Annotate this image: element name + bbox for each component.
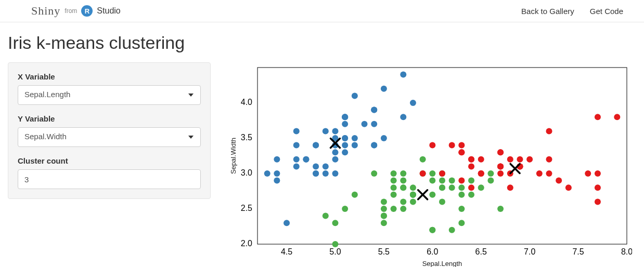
data-point	[546, 128, 552, 134]
data-point	[323, 128, 329, 134]
x-tick-label: 7.5	[572, 247, 584, 256]
get-code-link[interactable]: Get Code	[590, 7, 623, 16]
x-variable-select[interactable]: Sepal.Length	[18, 85, 201, 105]
data-point	[352, 142, 358, 149]
data-point	[458, 149, 465, 155]
y-tick-label: 3.5	[241, 133, 252, 142]
data-point	[313, 163, 319, 169]
data-point	[478, 170, 484, 177]
x-variable-label: X Variable	[18, 72, 201, 81]
data-point	[381, 198, 387, 205]
data-point	[362, 121, 368, 127]
data-point	[293, 163, 300, 169]
data-point	[381, 220, 387, 226]
back-to-gallery-link[interactable]: Back to Gallery	[521, 7, 574, 16]
data-point	[458, 184, 465, 191]
x-tick-label: 6.5	[475, 247, 487, 256]
y-tick-label: 2.0	[241, 239, 252, 248]
data-point	[400, 114, 406, 120]
data-point	[264, 170, 271, 177]
data-point	[323, 170, 329, 177]
cluster-count-input[interactable]	[18, 169, 201, 189]
data-point	[429, 170, 435, 177]
data-point	[371, 107, 377, 113]
y-variable-select[interactable]: Sepal.Width	[18, 127, 201, 147]
data-point	[536, 170, 543, 177]
y-tick-label: 3.0	[241, 168, 252, 177]
data-point	[420, 156, 426, 163]
data-point	[458, 178, 465, 184]
data-point	[332, 149, 338, 155]
data-point	[410, 100, 416, 106]
data-point	[284, 220, 290, 226]
data-point	[342, 135, 348, 141]
data-point	[487, 178, 494, 184]
data-point	[391, 178, 397, 184]
data-point	[400, 72, 406, 78]
data-point	[497, 170, 504, 177]
data-point	[371, 142, 377, 149]
data-point	[274, 178, 280, 184]
data-point	[391, 170, 397, 177]
data-point	[420, 170, 426, 177]
data-point	[293, 156, 300, 163]
data-point	[371, 121, 377, 127]
x-tick-label: 5.5	[378, 247, 390, 256]
data-point	[468, 163, 474, 169]
brand-from: from	[65, 7, 77, 15]
data-point	[478, 156, 484, 163]
data-point	[313, 170, 319, 177]
data-point	[458, 206, 465, 212]
data-point	[458, 192, 465, 198]
data-point	[497, 206, 504, 212]
x-tick-label: 6.0	[427, 247, 438, 256]
data-point	[439, 170, 445, 177]
x-tick-label: 7.0	[524, 247, 535, 256]
data-point	[497, 149, 504, 155]
data-point	[439, 178, 445, 184]
y-tick-label: 2.5	[241, 204, 252, 212]
x-tick-label: 8.0	[621, 247, 632, 256]
data-point	[507, 184, 513, 191]
data-point	[352, 192, 358, 198]
data-point	[439, 184, 445, 191]
data-point	[342, 149, 348, 155]
data-point	[585, 170, 591, 177]
data-point	[565, 184, 572, 191]
scatter-plot: 4.55.05.56.06.57.07.58.02.02.53.03.54.0S…	[226, 62, 632, 267]
data-point	[391, 206, 397, 212]
data-point	[274, 170, 280, 177]
data-point	[429, 192, 435, 198]
data-point	[352, 135, 358, 141]
data-point	[429, 178, 435, 184]
data-point	[332, 128, 338, 134]
top-links: Back to Gallery Get Code	[521, 7, 623, 16]
data-point	[458, 220, 465, 226]
data-point	[595, 184, 601, 191]
data-point	[342, 121, 348, 127]
top-bar: Shiny from R Studio Back to Gallery Get …	[0, 0, 644, 22]
data-point	[342, 114, 348, 120]
data-point	[614, 114, 620, 120]
data-point	[478, 184, 484, 191]
data-point	[468, 178, 474, 184]
data-point	[468, 184, 474, 191]
main-panel: 4.55.05.56.06.57.07.58.02.02.53.03.54.0S…	[226, 62, 636, 267]
data-point	[352, 92, 358, 99]
data-point	[449, 142, 455, 149]
data-point	[342, 206, 348, 212]
data-point	[449, 227, 455, 233]
data-point	[410, 192, 416, 198]
data-point	[439, 198, 445, 205]
data-point	[449, 184, 455, 191]
data-point	[342, 142, 348, 149]
centroid-marker	[418, 190, 428, 199]
data-point	[595, 170, 601, 177]
data-point	[381, 86, 387, 92]
data-point	[323, 163, 329, 169]
data-point	[371, 170, 377, 177]
data-point	[400, 170, 406, 177]
brand: Shiny from R Studio	[31, 4, 121, 18]
y-tick-label: 4.0	[241, 98, 252, 106]
plot-border	[257, 68, 627, 244]
